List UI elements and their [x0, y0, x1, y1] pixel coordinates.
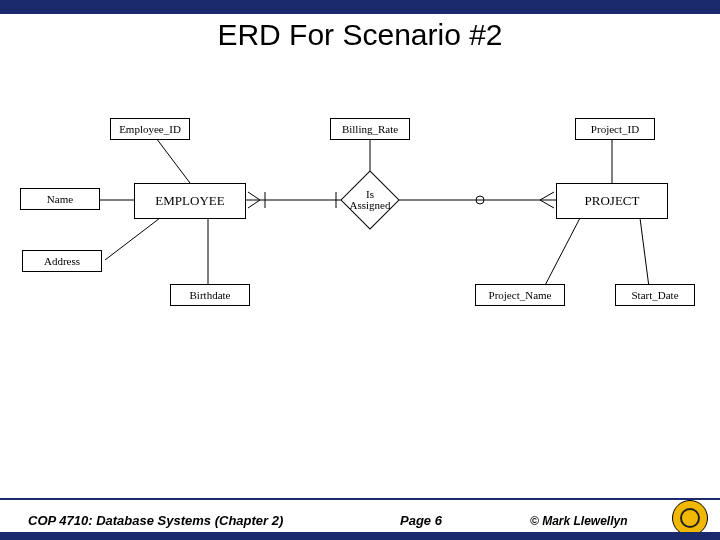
attr-employee-id: Employee_ID	[110, 118, 190, 140]
bottom-accent-bar	[0, 532, 720, 540]
svg-line-15	[540, 192, 554, 200]
erd-diagram: Employee_ID Billing_Rate Project_ID Name…	[0, 100, 720, 350]
footer-copyright: © Mark Llewellyn	[530, 513, 628, 528]
ucf-logo-icon	[672, 500, 708, 536]
attr-billing-rate: Billing_Rate	[330, 118, 410, 140]
top-accent-bar	[0, 0, 720, 14]
attr-birthdate: Birthdate	[170, 284, 250, 306]
footer-course: COP 4710: Database Systems (Chapter 2)	[28, 513, 283, 528]
relationship-label: Is Assigned	[350, 189, 391, 211]
attr-start-date: Start_Date	[615, 284, 695, 306]
svg-line-10	[248, 192, 260, 200]
rel-line2: Assigned	[350, 200, 391, 211]
svg-line-16	[540, 200, 554, 208]
attr-project-id: Project_ID	[575, 118, 655, 140]
page-title: ERD For Scenario #2	[0, 18, 720, 52]
relationship-is-assigned: Is Assigned	[342, 172, 398, 228]
slide: ERD For Scenario #2	[0, 0, 720, 540]
footer-separator	[0, 498, 720, 500]
attr-name: Name	[20, 188, 100, 210]
svg-line-2	[105, 218, 160, 260]
entity-project: PROJECT	[556, 183, 668, 219]
attr-address: Address	[22, 250, 102, 272]
svg-line-11	[248, 200, 260, 208]
footer-page: Page 6	[400, 513, 442, 528]
entity-employee: EMPLOYEE	[134, 183, 246, 219]
attr-project-name: Project_Name	[475, 284, 565, 306]
